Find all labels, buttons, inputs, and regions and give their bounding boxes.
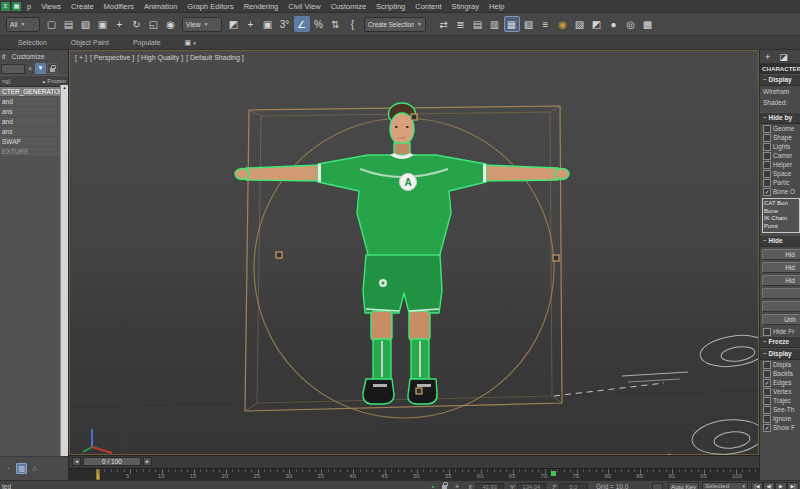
- menu-item-p[interactable]: p: [22, 2, 36, 11]
- scroll-up-icon[interactable]: ▲: [61, 85, 68, 91]
- create-tab[interactable]: +: [765, 52, 770, 62]
- menu-item-stingray[interactable]: Stingray: [447, 2, 485, 11]
- curve-shapes[interactable]: [690, 331, 758, 456]
- name-column-header[interactable]: ng]: [2, 78, 10, 84]
- checkbox-icon[interactable]: [763, 179, 771, 187]
- selection-filter-dropdown[interactable]: All ▼: [6, 17, 40, 32]
- mirror-icon[interactable]: ⇄: [436, 16, 452, 32]
- time-tag-button[interactable]: [652, 483, 663, 489]
- freeze-rollout-header[interactable]: Freeze: [760, 336, 800, 348]
- checkbox-icon[interactable]: ✓: [763, 379, 771, 387]
- explorer-row-ans[interactable]: ans: [0, 127, 61, 137]
- ribbon-tab-object-paint[interactable]: Object Paint: [71, 39, 109, 46]
- explorer-row-and[interactable]: and: [0, 97, 61, 107]
- selection-lock-icon[interactable]: [440, 482, 450, 489]
- play-button[interactable]: ▶: [775, 482, 787, 489]
- ribbon-mini-icon[interactable]: ▣: [185, 39, 192, 47]
- display-prop-ignore[interactable]: Ignore: [760, 414, 800, 423]
- transform-gizmo-icon[interactable]: +: [243, 16, 259, 32]
- named-selection-icon[interactable]: {: [345, 16, 361, 32]
- checkbox-icon[interactable]: [763, 152, 771, 160]
- category-space[interactable]: Space: [760, 169, 800, 178]
- category-lights[interactable]: Lights: [760, 142, 800, 151]
- display-prop-see-th[interactable]: See-Th: [760, 405, 800, 414]
- ribbon-tab-populate[interactable]: Populate: [133, 39, 161, 46]
- checkbox-icon[interactable]: [763, 415, 771, 423]
- display-prop-edges[interactable]: ✓Edges: [760, 378, 800, 387]
- explorer-row-exture[interactable]: EXTURE: [0, 147, 61, 157]
- angle-snap-icon[interactable]: ∠: [294, 16, 310, 32]
- menu-item-graph-editors[interactable]: Graph Editors: [182, 2, 238, 11]
- curve-editor-icon[interactable]: ▧: [521, 16, 537, 32]
- explorer-column-header[interactable]: ng] ▲ Frozen: [0, 75, 68, 87]
- select-place-icon[interactable]: ◉: [163, 16, 179, 32]
- time-slider-value[interactable]: 0 / 100: [83, 457, 141, 466]
- app-logo-icon[interactable]: ≡: [1, 2, 10, 11]
- bone-object-listbox[interactable]: CAT BonBoneIK ChainPoint: [762, 198, 800, 233]
- chevron-down-icon[interactable]: ▾: [193, 40, 196, 46]
- explorer-row-and[interactable]: and: [0, 117, 61, 127]
- menu-item-rendering[interactable]: Rendering: [239, 2, 284, 11]
- align-icon[interactable]: ≣: [453, 16, 469, 32]
- display-properties-rollout-header[interactable]: Display: [760, 348, 800, 360]
- y-field[interactable]: 134.04: [517, 483, 546, 489]
- render-iterative-icon[interactable]: ◎: [623, 16, 639, 32]
- bone-list-item-ik-chain[interactable]: IK Chain: [764, 215, 798, 223]
- material-editor-icon[interactable]: ◉: [555, 16, 571, 32]
- select-rotate-icon[interactable]: ↻: [129, 16, 145, 32]
- auto-key-button[interactable]: Auto Key: [668, 482, 699, 489]
- checkbox-icon[interactable]: [763, 161, 771, 169]
- viewport-canvas[interactable]: A: [70, 51, 758, 456]
- menu-item-scripting[interactable]: Scripting: [371, 2, 410, 11]
- select-scale-icon[interactable]: ◱: [146, 16, 162, 32]
- bone-list-item-point[interactable]: Point: [764, 223, 798, 231]
- bone-list-item-cat-bon[interactable]: CAT Bon: [764, 200, 798, 208]
- menu-item-views[interactable]: Views: [36, 2, 66, 11]
- ribbon-tab-selection[interactable]: Selection: [18, 39, 47, 46]
- hide-button-2[interactable]: Hid: [762, 262, 800, 273]
- percent-snap-icon[interactable]: %: [311, 16, 327, 32]
- keyframe-marker[interactable]: [551, 471, 556, 476]
- reference-coordinate-dropdown[interactable]: View ▼: [182, 17, 222, 32]
- select-move-icon[interactable]: +: [112, 16, 128, 32]
- snap-3d-icon[interactable]: 3°: [277, 16, 293, 32]
- display-prop-backfa[interactable]: Backfa: [760, 369, 800, 378]
- isolate-selection-icon[interactable]: ▪: [428, 482, 438, 489]
- transform-typein-icon[interactable]: +: [452, 482, 462, 489]
- perspective-viewport[interactable]: [ + ][ Perspective ][ High Quality ][ De…: [69, 50, 759, 455]
- layer-manager-icon[interactable]: ▤: [470, 16, 486, 32]
- workspace-icon[interactable]: ▦: [12, 2, 21, 11]
- explorer-row-swap[interactable]: SWAP: [0, 137, 61, 147]
- wireframe-option[interactable]: Wirefram: [760, 86, 800, 97]
- category-shape[interactable]: Shape: [760, 133, 800, 142]
- spinner-snap-icon[interactable]: ⇅: [328, 16, 344, 32]
- menu-item-customize[interactable]: Customize: [326, 2, 371, 11]
- hierarchy-view-icon[interactable]: ∴: [29, 463, 40, 474]
- viewport-label-part[interactable]: [ + ]: [75, 54, 87, 61]
- next-frame-button[interactable]: ▶|: [787, 482, 799, 489]
- explorer-row-cter-generator[interactable]: CTER_GENERATOR: [0, 87, 61, 97]
- frozen-column-header[interactable]: ▲ Frozen: [42, 78, 66, 84]
- category-bone-o[interactable]: ✓Bone O: [760, 187, 800, 196]
- category-camer[interactable]: Camer: [760, 151, 800, 160]
- checkbox-icon[interactable]: [763, 388, 771, 396]
- category-helper[interactable]: Helper: [760, 160, 800, 169]
- clear-search-icon[interactable]: ×: [26, 65, 34, 72]
- category-geome[interactable]: Geome: [760, 124, 800, 133]
- menu-item-modifiers[interactable]: Modifiers: [99, 2, 139, 11]
- display-prop-trajec[interactable]: Trajec: [760, 396, 800, 405]
- rendered-frame-icon[interactable]: ◩: [589, 16, 605, 32]
- hide-button-1[interactable]: Hid: [762, 249, 800, 260]
- explorer-row-ans[interactable]: ans: [0, 107, 61, 117]
- viewport-label-part[interactable]: [ Default Shading ]: [186, 54, 244, 61]
- filter-funnel-icon[interactable]: ▼: [35, 63, 46, 74]
- viewport-label-part[interactable]: [ Perspective ]: [90, 54, 134, 61]
- x-field[interactable]: 43.93: [475, 483, 504, 489]
- track-bar[interactable]: 5101520253035404550556065707580859095100: [69, 468, 759, 480]
- render-elements-icon[interactable]: ▩: [640, 16, 656, 32]
- scene-explorer-icon[interactable]: ▦: [504, 16, 520, 32]
- viewport-label-part[interactable]: [ High Quality ]: [137, 54, 183, 61]
- menu-item-content[interactable]: Content: [410, 2, 446, 11]
- bone-list-item-bone[interactable]: Bone: [764, 208, 798, 216]
- select-object-icon[interactable]: ▢: [44, 16, 60, 32]
